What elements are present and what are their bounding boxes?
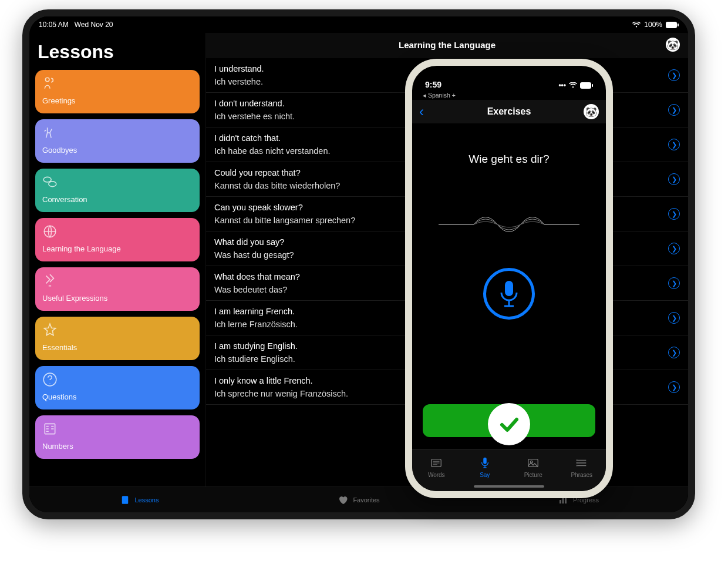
lesson-icon [42, 323, 193, 338]
svg-rect-14 [560, 500, 561, 503]
ipad-status-battery: 100% [644, 21, 662, 29]
panda-icon: 🐼 [667, 39, 679, 51]
lesson-label: Questions [42, 392, 193, 401]
svg-rect-19 [505, 281, 513, 296]
confirm-check-circle[interactable] [488, 403, 530, 445]
tab-label: Lessons [135, 496, 159, 503]
iphone-nav-bar: ‹ Exercises 🐼 [412, 100, 606, 123]
iphone-notch [459, 66, 559, 82]
picture-icon [527, 456, 540, 469]
svg-rect-18 [592, 84, 593, 87]
wifi-icon [569, 82, 577, 88]
chevron-right-icon[interactable]: ❯ [668, 381, 680, 393]
phrases-icon [575, 456, 588, 469]
lesson-label: Numbers [42, 442, 193, 451]
profile-avatar[interactable]: 🐼 [584, 104, 599, 119]
iphone-breadcrumb[interactable]: ◂ Spanish + [412, 92, 606, 99]
signal-icon: ••• [558, 81, 566, 89]
microphone-button[interactable] [483, 268, 535, 320]
content-header: Learning the Language 🐼 [206, 33, 688, 58]
lesson-label: Essentials [42, 343, 193, 352]
lesson-card-learning-the-language[interactable]: Learning the Language [35, 218, 200, 261]
tab-label: Say [480, 472, 490, 478]
chevron-right-icon[interactable]: ❯ [668, 347, 680, 358]
lessons-icon [120, 495, 130, 505]
waveform-icon [439, 207, 579, 242]
chevron-right-icon[interactable]: ❯ [668, 139, 680, 150]
tab-phrases[interactable]: Phrases [558, 449, 606, 491]
words-icon [430, 456, 443, 469]
lesson-card-greetings[interactable]: Greetings [35, 70, 200, 113]
lesson-label: Conversation [42, 195, 193, 204]
lesson-icon [42, 224, 193, 239]
lesson-icon [42, 421, 193, 437]
lesson-icon [42, 273, 193, 288]
lesson-card-useful-expressions[interactable]: Useful Expressions [35, 267, 200, 311]
lesson-label: Greetings [42, 96, 193, 105]
content-title: Learning the Language [399, 40, 496, 50]
tab-words[interactable]: Words [412, 449, 461, 491]
chevron-right-icon[interactable]: ❯ [668, 104, 680, 116]
tab-label: Phrases [571, 472, 592, 478]
chevron-right-icon[interactable]: ❯ [668, 69, 680, 81]
iphone-nav-title: Exercises [487, 106, 531, 117]
lesson-icon [42, 76, 193, 91]
lesson-card-conversation[interactable]: Conversation [35, 169, 200, 212]
chevron-right-icon[interactable]: ❯ [668, 208, 680, 220]
lesson-card-essentials[interactable]: Essentials [35, 317, 200, 360]
chevron-right-icon[interactable]: ❯ [668, 243, 680, 254]
lesson-label: Learning the Language [42, 244, 193, 253]
back-button[interactable]: ‹ [419, 103, 424, 120]
chevron-right-icon[interactable]: ❯ [668, 312, 680, 324]
svg-point-4 [49, 182, 56, 187]
profile-avatar[interactable]: 🐼 [666, 38, 680, 52]
wifi-icon [632, 22, 641, 28]
lessons-sidebar: Lessons GreetingsGoodbyesConversationLea… [29, 33, 205, 486]
panda-icon: 🐼 [585, 106, 597, 118]
tab-label: Words [428, 472, 445, 478]
svg-point-33 [577, 463, 577, 464]
svg-point-3 [43, 177, 51, 182]
svg-point-34 [577, 465, 577, 466]
ipad-status-time: 10:05 AM [39, 21, 69, 29]
tab-label: Favorites [353, 496, 379, 503]
svg-rect-17 [581, 82, 591, 88]
ipad-status-bar: 10:05 AM Wed Nov 20 100% [29, 16, 688, 33]
lesson-label: Goodbyes [42, 146, 193, 155]
lesson-label: Useful Expressions [42, 294, 193, 303]
svg-rect-1 [678, 24, 679, 26]
say-icon [478, 456, 491, 469]
iphone-device: 9:59 ••• ◂ Spanish + ‹ Exercises 🐼 Wie g… [405, 59, 613, 498]
chevron-right-icon[interactable]: ❯ [668, 277, 680, 289]
lesson-card-goodbyes[interactable]: Goodbyes [35, 119, 200, 163]
battery-icon [580, 82, 593, 89]
home-indicator[interactable] [474, 485, 544, 488]
lesson-icon [42, 125, 193, 140]
checkmark-icon [497, 412, 521, 436]
tab-label: Picture [524, 472, 542, 478]
svg-rect-13 [122, 496, 128, 504]
sidebar-title: Lessons [38, 41, 197, 63]
favorites-icon [338, 495, 348, 505]
microphone-icon [497, 280, 521, 308]
svg-rect-26 [483, 458, 487, 464]
svg-rect-15 [562, 498, 564, 503]
iphone-status-time: 9:59 [425, 80, 441, 89]
lesson-card-numbers[interactable]: Numbers [35, 415, 200, 459]
lesson-card-questions[interactable]: Questions [35, 366, 200, 409]
chevron-right-icon[interactable]: ❯ [668, 173, 680, 185]
ipad-status-date: Wed Nov 20 [75, 21, 113, 29]
svg-rect-0 [666, 22, 677, 28]
exercise-body: Wie geht es dir? [412, 123, 606, 320]
svg-point-32 [577, 460, 577, 461]
lesson-icon [42, 372, 193, 387]
lesson-icon [42, 174, 193, 190]
battery-icon [666, 22, 679, 28]
svg-point-2 [45, 78, 49, 82]
tab-lessons[interactable]: Lessons [29, 495, 249, 505]
exercise-prompt: Wie geht es dir? [469, 153, 549, 166]
